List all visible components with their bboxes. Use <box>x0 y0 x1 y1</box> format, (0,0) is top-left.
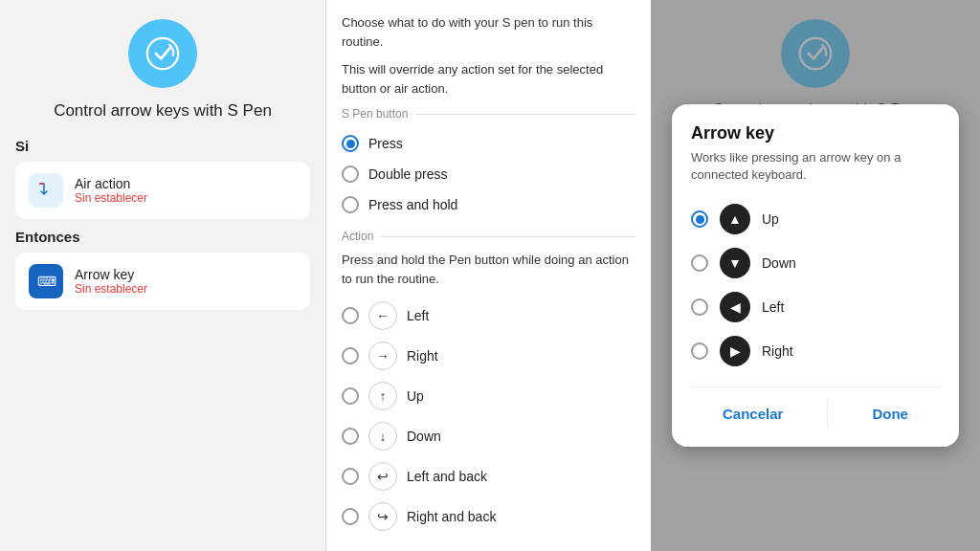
app-icon-wrapper <box>15 19 310 88</box>
air-action-text: Air action Sin establecer <box>75 176 147 205</box>
arrow-up-option[interactable]: ↑ Up <box>342 376 635 416</box>
radio-arrow-right[interactable] <box>342 347 359 364</box>
action-section-label: Action <box>342 230 635 243</box>
left-back-arrow-icon: ↩ <box>368 462 397 491</box>
left-panel: Control arrow keys with S Pen Si Air act… <box>0 0 325 551</box>
app-title-left: Control arrow keys with S Pen <box>15 101 310 121</box>
svg-text:⌨: ⌨ <box>37 274 56 289</box>
description2: This will override any action set for th… <box>342 60 635 98</box>
arrow-key-icon: ⌨ <box>29 264 63 298</box>
dialog-left-icon: ◀ <box>720 292 750 322</box>
air-action-item[interactable]: Air action Sin establecer <box>15 162 310 219</box>
option-press[interactable]: Press <box>342 128 635 159</box>
left-arrow-icon: ← <box>368 301 397 330</box>
arrow-right-option[interactable]: → Right <box>342 336 635 376</box>
arrow-key-item[interactable]: ⌨ Arrow key Sin establecer <box>15 253 310 310</box>
done-button[interactable]: Done <box>853 399 927 428</box>
right-panel-wrapper: Control arrow keys with S Pen Arrow key … <box>651 0 980 551</box>
dialog-up-icon: ▲ <box>720 204 750 234</box>
dialog-actions: Cancelar Done <box>691 386 940 428</box>
option-press-hold[interactable]: Press and hold <box>342 189 635 220</box>
radio-press-hold[interactable] <box>342 196 359 213</box>
spen-section-label: S Pen button <box>342 107 635 121</box>
radio-dialog-left[interactable] <box>691 298 708 316</box>
radio-arrow-left[interactable] <box>342 307 359 324</box>
arrow-down-option[interactable]: ↓ Down <box>342 416 635 456</box>
cancel-button[interactable]: Cancelar <box>703 399 802 428</box>
dialog-title: Arrow key <box>691 123 940 143</box>
arrow-key-dialog: Arrow key Works like pressing an arrow k… <box>672 104 959 447</box>
radio-dialog-down[interactable] <box>691 254 708 272</box>
option-double-press[interactable]: Double press <box>342 159 635 189</box>
dialog-option-right[interactable]: ▶ Right <box>691 329 940 373</box>
app-icon <box>128 19 197 88</box>
dialog-option-down[interactable]: ▼ Down <box>691 241 940 285</box>
radio-dialog-right[interactable] <box>691 342 708 360</box>
dialog-right-icon: ▶ <box>720 336 750 366</box>
arrow-left-option[interactable]: ← Left <box>342 296 635 336</box>
radio-dialog-up[interactable] <box>691 210 708 228</box>
radio-arrow-right-back[interactable] <box>342 508 359 525</box>
section-entonces: Entonces <box>15 229 310 245</box>
arrow-left-back-option[interactable]: ↩ Left and back <box>342 456 635 496</box>
dialog-subtitle: Works like pressing an arrow key on a co… <box>691 149 940 184</box>
dialog-divider <box>827 399 828 428</box>
middle-panel: Choose what to do with your S pen to run… <box>325 0 651 551</box>
air-action-icon <box>29 173 63 208</box>
action-description: Press and hold the Pen button while doin… <box>342 251 635 288</box>
down-arrow-icon: ↓ <box>368 422 397 451</box>
dialog-overlay: Arrow key Works like pressing an arrow k… <box>651 0 980 551</box>
up-arrow-icon: ↑ <box>368 382 397 410</box>
dialog-option-left[interactable]: ◀ Left <box>691 285 940 329</box>
radio-arrow-left-back[interactable] <box>342 468 359 485</box>
svg-rect-1 <box>39 183 44 185</box>
section-si: Si <box>15 138 310 154</box>
radio-arrow-down[interactable] <box>342 428 359 445</box>
dialog-down-icon: ▼ <box>720 248 750 278</box>
arrow-key-text: Arrow key Sin establecer <box>75 267 147 296</box>
radio-double-press[interactable] <box>342 165 359 183</box>
radio-arrow-up[interactable] <box>342 387 359 405</box>
radio-press[interactable] <box>342 135 359 152</box>
description1: Choose what to do with your S pen to run… <box>342 13 635 51</box>
right-arrow-icon: → <box>368 342 397 370</box>
right-back-arrow-icon: ↪ <box>368 502 397 531</box>
arrow-right-back-option[interactable]: ↪ Right and back <box>342 496 635 537</box>
dialog-option-up[interactable]: ▲ Up <box>691 197 940 241</box>
